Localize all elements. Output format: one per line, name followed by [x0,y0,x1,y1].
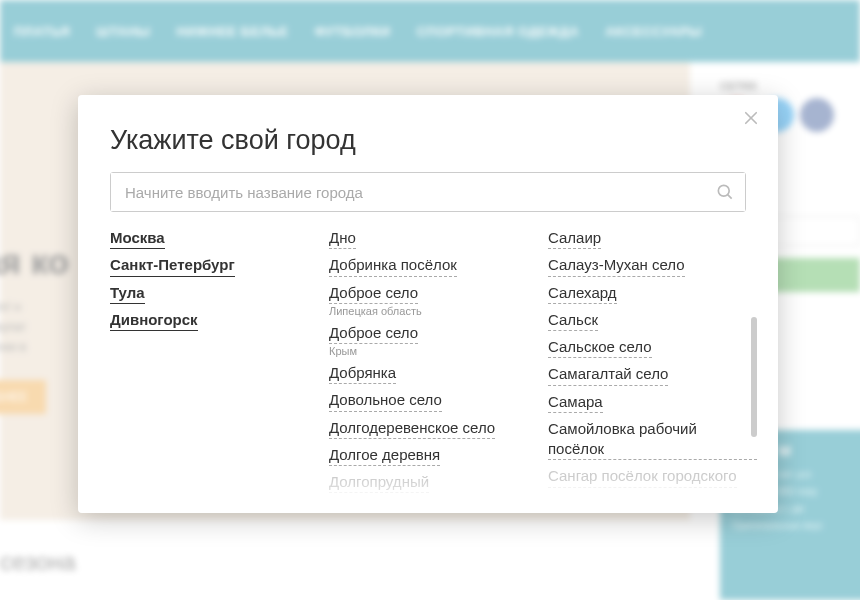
city-option[interactable]: Сальское село [548,337,652,358]
city-option[interactable]: Самойловка рабочий посёлок [548,419,757,461]
search-icon [715,182,735,202]
city-option[interactable]: Салауз-Мухан село [548,255,685,276]
featured-city[interactable]: Москва [110,228,165,249]
city-option[interactable]: Салехард [548,283,617,304]
city-option[interactable]: Добринка посёлок [329,255,457,276]
close-button[interactable] [742,109,760,127]
city-option[interactable]: Салаир [548,228,601,249]
scrollbar-thumb[interactable] [751,317,757,437]
featured-cities-column: МоскваСанкт-ПетербургТулаДивногорск [110,225,319,513]
city-column: СалаирСалауз-Мухан селоСалехардСальскСал… [548,225,757,513]
featured-city[interactable]: Тула [110,283,145,304]
search-field[interactable] [110,172,746,212]
city-option[interactable]: Довольное село [329,390,442,411]
city-option[interactable]: Сангар посёлок городского [548,466,737,487]
city-region: Липецкая область [329,305,538,317]
city-option[interactable]: Добрянка [329,363,396,384]
city-option[interactable]: Доброе село [329,323,418,344]
city-option[interactable]: Доброе село [329,283,418,304]
city-select-modal: Укажите свой город МоскваСанкт-Петербург… [78,95,778,513]
city-option[interactable]: Самагалтай село [548,364,668,385]
modal-title: Укажите свой город [110,125,746,156]
close-icon [742,109,760,127]
featured-city[interactable]: Санкт-Петербург [110,255,235,276]
city-option[interactable]: Дно [329,228,356,249]
city-option[interactable]: Сальск [548,310,598,331]
city-option[interactable]: Самара [548,392,603,413]
city-option[interactable]: Долгое деревня [329,445,440,466]
city-search-input[interactable] [111,173,745,211]
city-option[interactable]: Долгодеревенское село [329,418,495,439]
city-column: ДноДобринка посёлокДоброе селоЛипецкая о… [329,225,538,513]
featured-city[interactable]: Дивногорск [110,310,198,331]
city-option[interactable]: Долгопрудный [329,472,429,493]
svg-line-3 [728,195,732,199]
svg-point-2 [718,185,729,196]
